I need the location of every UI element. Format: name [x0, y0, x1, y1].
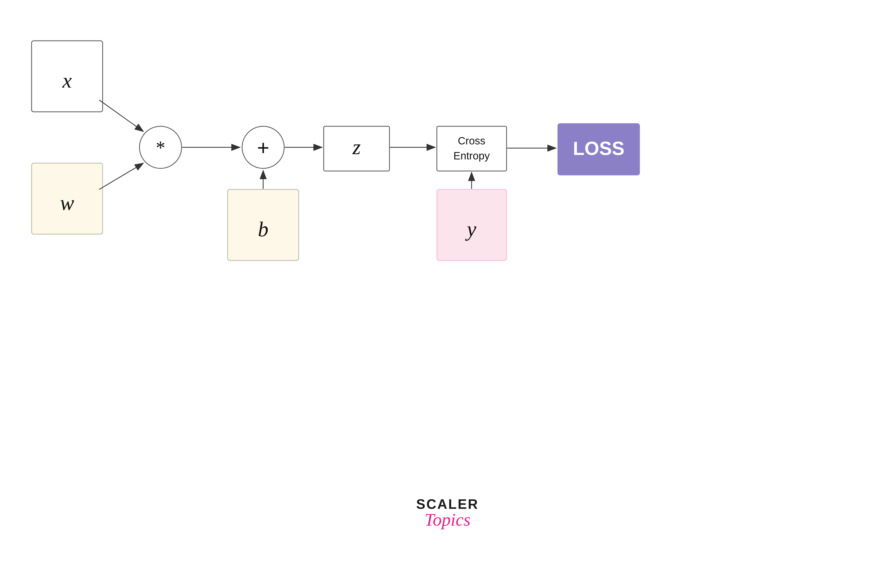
label-y: y	[465, 218, 476, 241]
arrow-x-to-multiply	[99, 100, 143, 132]
label-multiply: *	[156, 137, 165, 158]
logo-topics-text: Topics	[416, 509, 479, 530]
label-w: w	[60, 191, 74, 214]
label-plus: +	[257, 136, 270, 159]
label-z: z	[352, 135, 361, 159]
label-loss: LOSS	[573, 138, 625, 159]
logo-container: SCALER Topics	[416, 496, 479, 530]
label-crossentropy-line2: Entropy	[454, 150, 490, 162]
node-crossentropy	[437, 126, 507, 171]
label-x: x	[62, 69, 72, 92]
label-b: b	[258, 218, 268, 241]
label-crossentropy-line1: Cross	[458, 135, 485, 147]
arrow-w-to-multiply	[99, 163, 143, 189]
